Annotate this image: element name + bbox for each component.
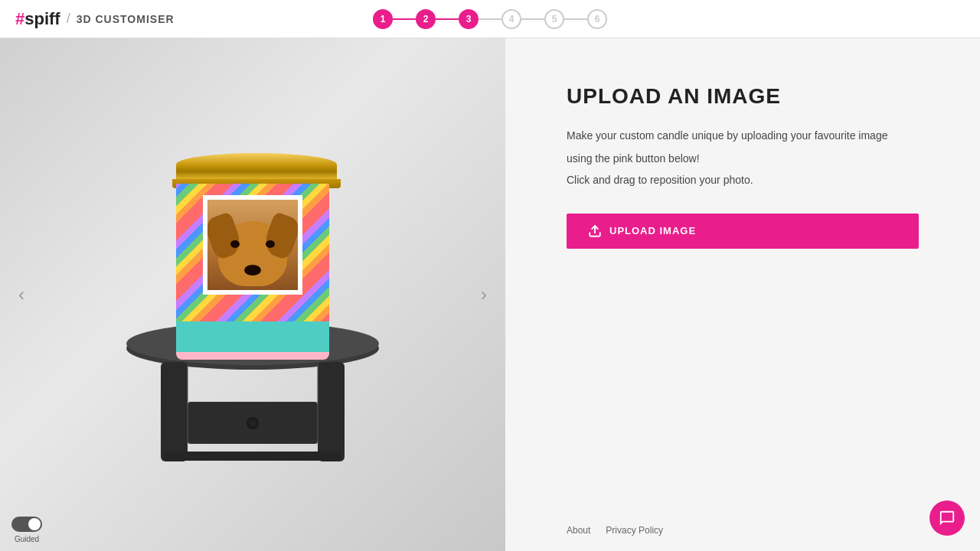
svg-point-7 (249, 419, 256, 427)
header: #spiff / 3D CUSTOMISER 1 2 3 4 5 6 (0, 0, 980, 38)
guided-toggle[interactable]: Guided (11, 517, 42, 543)
footer: About Privacy Policy (567, 525, 663, 536)
main-content: ‹ (0, 38, 980, 551)
candle-jar (176, 184, 329, 352)
toggle-knob (28, 518, 41, 530)
dog-eye-right (266, 240, 275, 248)
step-4[interactable]: 4 (501, 9, 521, 29)
section-desc-line1: Make your custom candle unique by upload… (567, 127, 919, 144)
candle-body (176, 153, 329, 360)
svg-rect-8 (165, 452, 341, 461)
dog-eye-left (230, 240, 240, 248)
about-link[interactable]: About (567, 525, 590, 536)
step-3[interactable]: 3 (459, 9, 479, 29)
guided-label: Guided (15, 535, 39, 543)
logo-customiser: 3D CUSTOMISER (77, 13, 175, 25)
step-2[interactable]: 2 (416, 9, 436, 29)
logo-divider: / (67, 11, 70, 27)
step-line-2-3 (436, 18, 459, 20)
step-line-4-5 (521, 18, 544, 20)
upload-button[interactable]: UPLOAD IMAGE (567, 214, 919, 249)
right-panel: UPLOAD AN IMAGE Make your custom candle … (505, 38, 980, 551)
upload-icon (588, 224, 602, 238)
candle-pink-base (176, 352, 329, 360)
candle-teal-band (176, 321, 329, 352)
step-line-3-4 (479, 18, 501, 20)
svg-rect-3 (318, 362, 345, 461)
upload-button-label: UPLOAD IMAGE (609, 225, 696, 236)
step-5[interactable]: 5 (544, 9, 564, 29)
section-hint: Click and drag to reposition your photo. (567, 174, 919, 186)
logo-spiff: spiff (24, 9, 60, 29)
prev-button[interactable]: ‹ (8, 281, 35, 308)
privacy-link[interactable]: Privacy Policy (606, 525, 663, 536)
stripe-background (176, 184, 329, 321)
step-6[interactable]: 6 (587, 9, 607, 29)
chat-button[interactable] (929, 500, 965, 536)
product-scene (122, 111, 383, 478)
step-line-5-6 (564, 18, 587, 20)
dog-nose (244, 265, 261, 276)
logo-hash: # (15, 9, 24, 29)
next-button[interactable]: › (470, 281, 498, 308)
section-title: UPLOAD AN IMAGE (567, 84, 919, 109)
toggle-switch[interactable] (11, 517, 42, 532)
dog-photo-inner (207, 200, 298, 290)
candle-lid (176, 153, 337, 184)
step-1[interactable]: 1 (373, 9, 393, 29)
dog-head (218, 221, 287, 286)
chat-icon (939, 510, 956, 527)
svg-rect-2 (161, 362, 188, 461)
step-progress: 1 2 3 4 5 6 (373, 9, 607, 29)
step-line-1-2 (393, 18, 416, 20)
section-desc-line2: using the pink button below! (567, 150, 919, 167)
left-panel: ‹ (0, 38, 505, 551)
logo: #spiff / 3D CUSTOMISER (15, 9, 175, 29)
dog-photo[interactable] (203, 195, 302, 295)
